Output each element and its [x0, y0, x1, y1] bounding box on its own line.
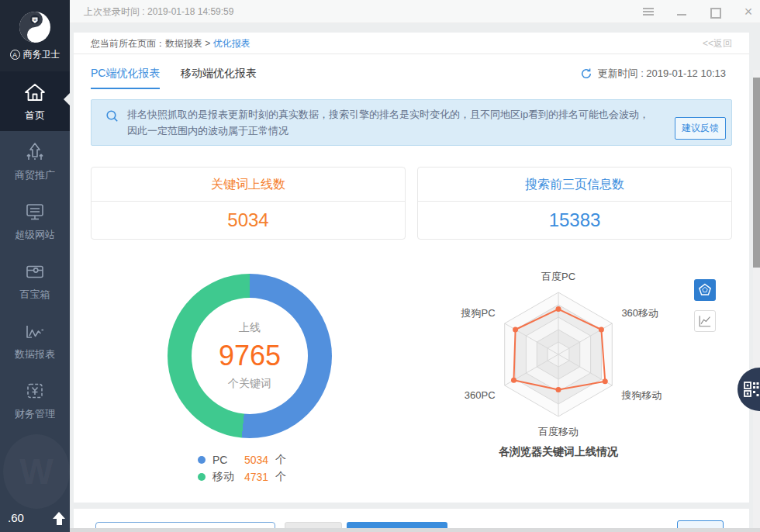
donut-legend: PC 5034 个 移动 4731 个 [198, 452, 286, 486]
back-link[interactable]: <<返回 [703, 33, 732, 54]
sidebar-item-toolbox[interactable]: 百宝箱 [0, 250, 70, 310]
sidebar-item-website[interactable]: 超级网站 [0, 191, 70, 250]
promotion-icon [23, 140, 47, 164]
last-login-text: 上次登录时间 : 2019-01-18 14:59:59 [84, 0, 233, 23]
line-chart-button[interactable] [694, 310, 716, 332]
radar-axis-label: 百度移动 [538, 426, 579, 437]
sidebar-item-label: 数据报表 [15, 347, 55, 361]
breadcrumb-prefix: 您当前所在页面： [91, 38, 165, 49]
brand-badge-icon: A [10, 50, 20, 60]
breadcrumb: 您当前所在页面：数据报表 > 优化报表 <<返回 [74, 33, 749, 54]
donut-chart: 上线 9765 个关键词 [168, 274, 332, 438]
website-icon [23, 200, 47, 223]
app-logo: w A 商务卫士 [0, 0, 70, 71]
sidebar-item-promotion[interactable]: 商贸推广 [0, 131, 70, 191]
stat-cards: 关键词上线数 5034 搜索前三页信息数 15383 [91, 167, 732, 240]
sidebar-item-label: 超级网站 [15, 228, 55, 242]
scrollbar-thumb[interactable] [753, 78, 760, 268]
legend-name: PC [212, 454, 237, 466]
legend-dot-pc [198, 456, 206, 464]
donut-center-top-label: 上线 [239, 321, 261, 335]
donut-center: 上线 9765 个关键词 [192, 298, 308, 414]
legend-dot-mobile [198, 473, 206, 481]
radar-axis-label: 360移动 [621, 307, 658, 319]
main-panel: 您当前所在页面：数据报表 > 优化报表 <<返回 PC端优化报表 移动端优化报表… [74, 33, 749, 503]
radar-chart-button[interactable] [694, 279, 716, 301]
radar-axis-label: 搜狗PC [461, 307, 496, 319]
legend-value: 5034 [244, 454, 268, 466]
sidebar-nav: 首页 商贸推广 超级网站 百宝箱 [0, 71, 70, 430]
maximize-icon[interactable] [710, 6, 720, 17]
chart-type-toggle [694, 279, 716, 332]
legend-value: 4731 [244, 471, 268, 483]
home-icon [23, 81, 47, 104]
update-time-text: 更新时间 : 2019-01-12 10:13 [598, 67, 726, 81]
legend-name: 移动 [212, 470, 237, 484]
breadcrumb-section: 数据报表 [165, 38, 202, 49]
toolbox-icon [23, 260, 47, 283]
stat-card-title: 关键词上线数 [92, 168, 405, 202]
radar-axis-label: 搜狗移动 [620, 389, 662, 401]
finance-icon [23, 379, 47, 402]
radar-chart-icon [697, 282, 713, 298]
window-controls: × [643, 0, 754, 23]
legend-unit: 个 [275, 470, 286, 484]
legend-item-mobile: 移动 4731 个 [198, 469, 286, 485]
window-bottom-edge [70, 528, 760, 532]
search-icon [105, 109, 119, 127]
radar-chart: 百度PC360移动搜狗移动百度移动360PC搜狗PC [442, 265, 675, 444]
stat-card-title: 搜索前三页信息数 [418, 168, 731, 202]
close-icon[interactable]: × [743, 6, 754, 17]
scrollbar-track[interactable] [753, 70, 760, 528]
breadcrumb-separator: > [202, 38, 213, 49]
upgrade-arrow-icon[interactable] [52, 512, 66, 525]
qr-code-icon [743, 381, 760, 398]
bottom-panel [74, 509, 749, 528]
stat-card-keywords-online: 关键词上线数 5034 [91, 167, 406, 240]
notice-banner: 排名快照抓取的是报表更新时刻的真实数据，搜索引擎的排名是实时变化的，且不同地区i… [91, 99, 732, 146]
sidebar-item-home[interactable]: 首页 [0, 71, 70, 131]
report-icon [23, 320, 47, 343]
feedback-button[interactable]: 建议反馈 [675, 117, 726, 140]
menu-icon[interactable] [643, 6, 654, 17]
minimize-icon[interactable] [676, 6, 687, 17]
version-label: .60 [8, 511, 24, 524]
active-notch [64, 93, 70, 105]
sidebar: w A 商务卫士 首页 商贸推广 [0, 0, 70, 532]
stat-card-value: 15383 [418, 202, 731, 239]
sidebar-watermark-logo: W [3, 434, 70, 509]
radar-axis-label: 百度PC [541, 271, 575, 282]
sidebar-item-label: 财务管理 [15, 407, 55, 421]
sidebar-item-label: 首页 [25, 109, 45, 123]
line-chart-icon [697, 313, 713, 329]
svg-text:w: w [33, 17, 36, 22]
tabs-bar: PC端优化报表 移动端优化报表 更新时间 : 2019-01-12 10:13 [74, 54, 749, 88]
sidebar-item-label: 百宝箱 [20, 288, 50, 302]
donut-center-bottom-label: 个关键词 [228, 377, 271, 391]
stat-card-value: 5034 [92, 202, 405, 239]
refresh-icon[interactable] [580, 67, 592, 80]
brand-name: 商务卫士 [23, 48, 60, 61]
notice-text: 排名快照抓取的是报表更新时刻的真实数据，搜索引擎的排名是实时变化的，且不同地区i… [127, 109, 649, 136]
legend-item-pc: PC 5034 个 [198, 452, 286, 468]
update-time: 更新时间 : 2019-01-12 10:13 [580, 67, 726, 81]
radar-chart-title: 各浏览器关键词上线情况 [442, 445, 675, 459]
sidebar-item-reports[interactable]: 数据报表 [0, 310, 70, 370]
donut-center-value: 9765 [219, 340, 281, 372]
tab-mobile-report[interactable]: 移动端优化报表 [181, 67, 257, 88]
stat-card-top3-info: 搜索前三页信息数 15383 [417, 167, 732, 240]
titlebar: 上次登录时间 : 2019-01-18 14:59:59 × [70, 0, 760, 23]
sidebar-item-label: 商贸推广 [15, 168, 55, 182]
sidebar-item-finance[interactable]: 财务管理 [0, 370, 70, 430]
radar-axis-label: 360PC [465, 389, 496, 401]
tab-pc-report[interactable]: PC端优化报表 [91, 67, 160, 89]
breadcrumb-current[interactable]: 优化报表 [213, 38, 250, 49]
legend-unit: 个 [275, 453, 286, 467]
brand-logo-icon: w [18, 10, 52, 44]
